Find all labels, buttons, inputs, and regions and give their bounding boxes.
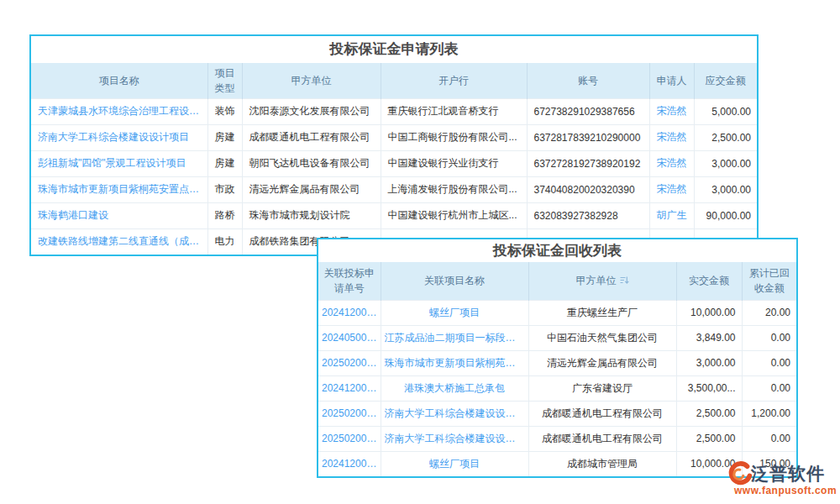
paid-amount-cell: 10,000.00	[676, 300, 742, 325]
brand-name: 泛普软件	[751, 462, 825, 486]
project-name-link[interactable]: 天津蒙城县水环境综合治理工程设计...	[31, 98, 207, 124]
col-header-account: 账号	[527, 63, 649, 98]
fanpu-logo-icon	[726, 460, 753, 487]
account-cell: 6372817839210290000	[527, 124, 649, 150]
project-name-link[interactable]: 济南大学工科综合楼建设设计项目	[31, 124, 207, 150]
recover-table-row: 2024120003 螺丝厂项目 成都城市管理局 10,000.00 150.0…	[318, 451, 796, 476]
apply-order-no-link[interactable]: 2025020003	[318, 426, 381, 451]
paid-amount-cell: 2,500.00	[676, 426, 742, 451]
bank-cell: 重庆银行江北观音桥支行	[381, 98, 527, 124]
brand-url: www.fanpusoft.com	[726, 485, 838, 496]
recover-table: 关联投标申请单号 关联项目名称 甲方单位 实交金额 累计已回收金额 202412…	[318, 262, 796, 476]
col-header-amount-due: 应交金额	[694, 63, 757, 98]
project-type-cell: 电力	[207, 228, 242, 255]
recover-table-row: 2024050009 江苏成品油二期项目一标段工程 中国石油天然气集团公司 3,…	[318, 325, 796, 350]
account-cell: 374040820020320390	[527, 176, 649, 202]
party-unit-cell: 成都暖通机电工程有限公司	[242, 124, 381, 150]
recover-table-row: 2025020003 济南大学工科综合楼建设设计项目 成都暖通机电工程有限公司 …	[318, 401, 796, 426]
project-name-link[interactable]: 改建铁路线增建第二线直通线（成都-...	[31, 228, 207, 255]
party-unit-cell: 成都暖通机电工程有限公司	[528, 401, 676, 426]
party-unit-cell: 重庆螺丝生产厂	[528, 300, 676, 325]
recover-table-row: 2025020001 珠海市城市更新项目紫桐苑安置点... 清远光辉金属品有限公…	[318, 350, 796, 375]
related-project-link[interactable]: 螺丝厂项目	[381, 300, 528, 325]
bid-deposit-apply-panel: 投标保证金申请列表 项目名称 项目类型 甲方单位 开户行 账号 申请人 应交金额	[29, 34, 759, 256]
col-header-related-apply-no: 关联投标申请单号	[318, 262, 381, 300]
col-header-party-unit: 甲方单位	[242, 63, 381, 98]
project-type-cell: 房建	[207, 124, 242, 150]
apply-order-no-link[interactable]: 2025020003	[318, 401, 381, 426]
page: 投标保证金申请列表 项目名称 项目类型 甲方单位 开户行 账号 申请人 应交金额	[0, 0, 840, 504]
account-cell: 672738291029387656	[527, 98, 649, 124]
paid-amount-cell: 2,500.00	[676, 401, 742, 426]
bank-cell: 中国建设银行杭州市上城区...	[381, 202, 527, 228]
amount-due-cell: 5,000.00	[694, 98, 757, 124]
party-unit-header-label: 甲方单位	[576, 275, 617, 286]
party-unit-cell: 朝阳飞达机电设备有限公司	[242, 150, 381, 176]
recovered-amount-cell: 20.00	[742, 300, 796, 325]
col-header-project-name: 项目名称	[31, 63, 207, 98]
applicant-link[interactable]: 胡广生	[649, 202, 694, 228]
project-name-link[interactable]: 彭祖新城"四馆"景观工程设计项目	[31, 150, 207, 176]
project-type-cell: 路桥	[207, 202, 242, 228]
related-project-link[interactable]: 济南大学工科综合楼建设设计项目	[381, 401, 528, 426]
party-unit-cell: 珠海市城市规划设计院	[242, 202, 381, 228]
related-project-link[interactable]: 港珠澳大桥施工总承包	[381, 375, 528, 401]
apply-order-no-link[interactable]: 2025020001	[318, 350, 381, 375]
party-unit-cell: 清远光辉金属品有限公司	[528, 350, 676, 375]
apply-table: 项目名称 项目类型 甲方单位 开户行 账号 申请人 应交金额 天津蒙城县水环境综…	[31, 63, 757, 255]
party-unit-cell: 广东省建设厅	[528, 375, 676, 401]
bank-cell: 中国工商银行股份有限公司...	[381, 124, 527, 150]
col-header-party-unit-sortable[interactable]: 甲方单位	[528, 262, 676, 300]
bid-deposit-recover-panel: 投标保证金回收列表 关联投标申请单号 关联项目名称 甲方单位 实交金额 累计已回…	[317, 238, 798, 478]
recover-table-row: 2024120003 螺丝厂项目 重庆螺丝生产厂 10,000.00 20.00	[318, 300, 796, 325]
recover-table-row: 2025020003 济南大学工科综合楼建设设计项目 成都暖通机电工程有限公司 …	[318, 426, 796, 451]
amount-due-cell: 90,000.00	[694, 202, 757, 228]
col-header-project-type: 项目类型	[207, 63, 242, 98]
apply-order-no-link[interactable]: 2024120003	[318, 451, 381, 476]
project-name-link[interactable]: 珠海市城市更新项目紫桐苑安置点设...	[31, 176, 207, 202]
bank-cell: 上海浦发银行股份有限公司...	[381, 176, 527, 202]
fanpu-watermark: 泛普软件 www.fanpusoft.com	[726, 460, 838, 499]
col-header-recovered-amount: 累计已回收金额	[742, 262, 796, 300]
apply-order-no-link[interactable]: 2024120007	[318, 375, 381, 401]
account-cell: 6372728192738920192	[527, 150, 649, 176]
related-project-link[interactable]: 珠海市城市更新项目紫桐苑安置点...	[381, 350, 528, 375]
applicant-link[interactable]: 宋浩然	[649, 98, 694, 124]
sort-icon[interactable]	[620, 274, 629, 289]
apply-table-row: 珠海鹤港口建设 路桥 珠海市城市规划设计院 中国建设银行杭州市上城区... 63…	[31, 202, 757, 228]
apply-table-row: 珠海市城市更新项目紫桐苑安置点设... 市政 清远光辉金属品有限公司 上海浦发银…	[31, 176, 757, 202]
col-header-paid-amount: 实交金额	[676, 262, 742, 300]
apply-header-row: 项目名称 项目类型 甲方单位 开户行 账号 申请人 应交金额	[31, 63, 757, 98]
applicant-link[interactable]: 宋浩然	[649, 150, 694, 176]
apply-order-no-link[interactable]: 2024050009	[318, 325, 381, 350]
recovered-amount-cell: 0.00	[742, 325, 796, 350]
amount-due-cell: 2,500.00	[694, 124, 757, 150]
recovered-amount-cell: 0.00	[742, 375, 796, 401]
paid-amount-cell: 3,000.00	[676, 350, 742, 375]
amount-due-cell: 3,000.00	[694, 150, 757, 176]
related-project-link[interactable]: 济南大学工科综合楼建设设计项目	[381, 426, 528, 451]
party-unit-cell: 清远光辉金属品有限公司	[242, 176, 381, 202]
apply-table-row: 济南大学工科综合楼建设设计项目 房建 成都暖通机电工程有限公司 中国工商银行股份…	[31, 124, 757, 150]
party-unit-cell: 沈阳泰源文化发展有限公司	[242, 98, 381, 124]
applicant-link[interactable]: 宋浩然	[649, 124, 694, 150]
recovered-amount-cell: 1,200.00	[742, 401, 796, 426]
applicant-link[interactable]: 宋浩然	[649, 176, 694, 202]
recovered-amount-cell: 0.00	[742, 350, 796, 375]
paid-amount-cell: 3,500,00...	[676, 375, 742, 401]
project-type-cell: 房建	[207, 150, 242, 176]
related-project-link[interactable]: 江苏成品油二期项目一标段工程	[381, 325, 528, 350]
apply-order-no-link[interactable]: 2024120003	[318, 300, 381, 325]
recover-header-row: 关联投标申请单号 关联项目名称 甲方单位 实交金额 累计已回收金额	[318, 262, 796, 300]
col-header-related-project: 关联项目名称	[381, 262, 528, 300]
col-header-bank: 开户行	[381, 63, 527, 98]
recover-table-row: 2024120007 港珠澳大桥施工总承包 广东省建设厅 3,500,00...…	[318, 375, 796, 401]
party-unit-cell: 成都城市管理局	[528, 451, 676, 476]
related-project-link[interactable]: 螺丝厂项目	[381, 451, 528, 476]
project-name-link[interactable]: 珠海鹤港口建设	[31, 202, 207, 228]
project-type-cell: 装饰	[207, 98, 242, 124]
project-type-cell: 市政	[207, 176, 242, 202]
recovered-amount-cell: 0.00	[742, 426, 796, 451]
party-unit-cell: 成都暖通机电工程有限公司	[528, 426, 676, 451]
col-header-applicant: 申请人	[649, 63, 694, 98]
